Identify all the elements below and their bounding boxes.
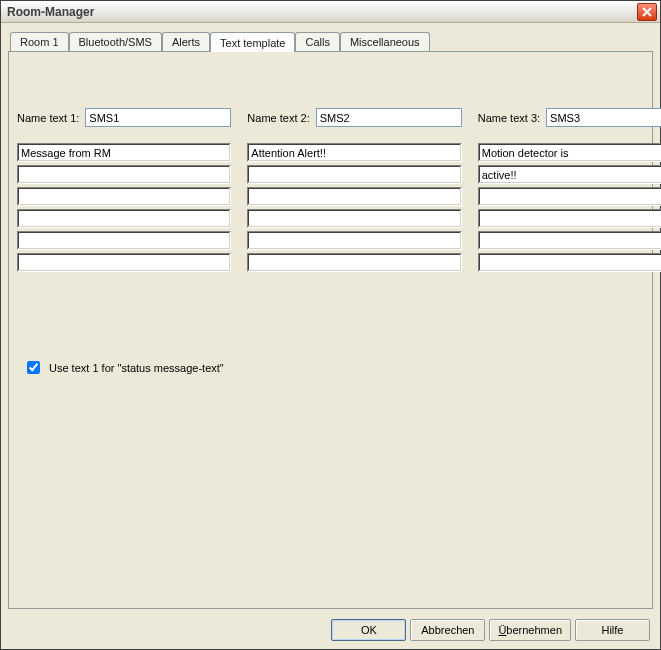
name-label-3: Name text 3: bbox=[478, 112, 540, 124]
name-input-1[interactable] bbox=[85, 108, 231, 127]
message-line[interactable] bbox=[478, 253, 661, 272]
name-label-1: Name text 1: bbox=[17, 112, 79, 124]
message-line[interactable] bbox=[478, 231, 661, 250]
name-row-3: Name text 3: bbox=[478, 108, 661, 127]
client-area: Room 1 Bluetooth/SMS Alerts Text templat… bbox=[8, 31, 653, 609]
message-line[interactable] bbox=[247, 209, 461, 228]
button-bar: OK Abbrechen Übernehmen Hilfe bbox=[331, 619, 650, 641]
tab-content: Name text 1: bbox=[9, 52, 652, 608]
message-lines-1 bbox=[17, 143, 231, 272]
window-title: Room-Manager bbox=[7, 5, 637, 19]
tab-alerts[interactable]: Alerts bbox=[162, 32, 210, 51]
text-template-columns: Name text 1: bbox=[17, 108, 644, 272]
apply-button[interactable]: Übernehmen bbox=[489, 619, 571, 641]
message-line[interactable] bbox=[247, 143, 461, 162]
message-line[interactable] bbox=[17, 165, 231, 184]
close-icon bbox=[642, 7, 652, 17]
tab-text-template[interactable]: Text template bbox=[210, 32, 295, 52]
name-row-2: Name text 2: bbox=[247, 108, 461, 127]
tab-bluetooth-sms[interactable]: Bluetooth/SMS bbox=[69, 32, 162, 51]
tab-room-1[interactable]: Room 1 bbox=[10, 32, 69, 51]
message-line[interactable] bbox=[478, 209, 661, 228]
use-text1-checkbox-row[interactable]: Use text 1 for "status message-text" bbox=[23, 358, 644, 377]
message-lines-2 bbox=[247, 143, 461, 272]
column-1: Name text 1: bbox=[17, 108, 231, 272]
tab-panel: Name text 1: bbox=[8, 51, 653, 609]
message-line[interactable] bbox=[247, 231, 461, 250]
window: Room-Manager Room 1 Bluetooth/SMS Alerts… bbox=[0, 0, 661, 650]
titlebar: Room-Manager bbox=[1, 1, 660, 23]
name-input-3[interactable] bbox=[546, 108, 661, 127]
help-button[interactable]: Hilfe bbox=[575, 619, 650, 641]
close-button[interactable] bbox=[637, 3, 657, 21]
message-line[interactable] bbox=[478, 187, 661, 206]
message-line[interactable] bbox=[17, 209, 231, 228]
tab-calls[interactable]: Calls bbox=[295, 32, 339, 51]
message-line[interactable] bbox=[478, 165, 661, 184]
column-3: Name text 3: bbox=[478, 108, 661, 272]
message-line[interactable] bbox=[17, 143, 231, 162]
tabs-header: Room 1 Bluetooth/SMS Alerts Text templat… bbox=[10, 31, 653, 51]
use-text1-checkbox[interactable] bbox=[27, 361, 40, 374]
message-line[interactable] bbox=[247, 253, 461, 272]
message-line[interactable] bbox=[17, 231, 231, 250]
name-row-1: Name text 1: bbox=[17, 108, 231, 127]
use-text1-label: Use text 1 for "status message-text" bbox=[49, 362, 224, 374]
message-line[interactable] bbox=[17, 187, 231, 206]
message-lines-3 bbox=[478, 143, 661, 272]
name-label-2: Name text 2: bbox=[247, 112, 309, 124]
column-2: Name text 2: bbox=[247, 108, 461, 272]
message-line[interactable] bbox=[247, 165, 461, 184]
ok-button[interactable]: OK bbox=[331, 619, 406, 641]
tab-miscellaneous[interactable]: Miscellaneous bbox=[340, 32, 430, 51]
name-input-2[interactable] bbox=[316, 108, 462, 127]
message-line[interactable] bbox=[17, 253, 231, 272]
cancel-button[interactable]: Abbrechen bbox=[410, 619, 485, 641]
message-line[interactable] bbox=[247, 187, 461, 206]
message-line[interactable] bbox=[478, 143, 661, 162]
